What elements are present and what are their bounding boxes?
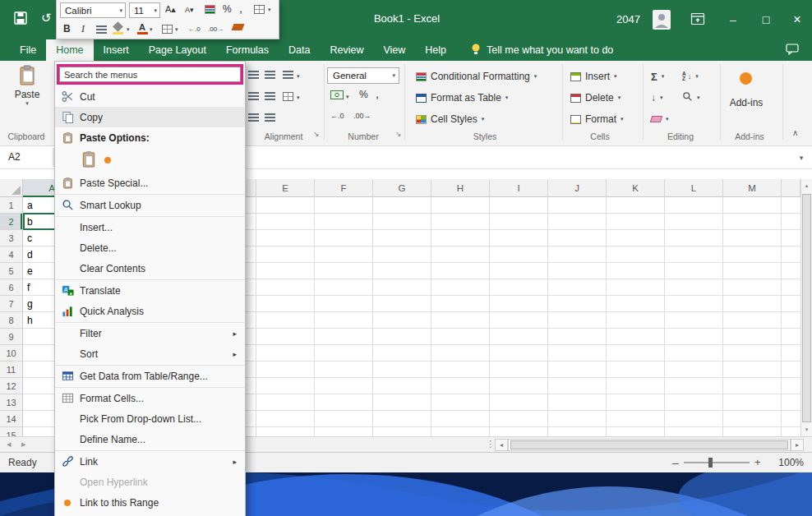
zoom-level[interactable]: 100%: [769, 457, 804, 468]
number-format-select[interactable]: General ▾: [327, 67, 399, 84]
sheet-nav-left-icon[interactable]: ◂: [7, 439, 12, 449]
menu-item-link-to-range[interactable]: Link to this Range: [55, 492, 245, 513]
zoom-in-icon[interactable]: +: [754, 456, 761, 468]
accounting-dropdown-icon[interactable]: ▾: [346, 94, 349, 100]
splitter-dots-icon[interactable]: ⋮: [486, 439, 495, 449]
column-header[interactable]: H: [431, 179, 490, 197]
tell-me-box[interactable]: Tell me what you want to do: [471, 39, 613, 61]
cell-A5[interactable]: e: [27, 263, 33, 279]
column-header[interactable]: J: [548, 179, 607, 197]
row-header[interactable]: 2: [0, 214, 22, 230]
minimize-button[interactable]: –: [720, 10, 746, 30]
hscroll-left-arrow[interactable]: ◂: [495, 439, 508, 451]
align-icon[interactable]: [96, 25, 107, 35]
percent-style-icon[interactable]: %: [359, 89, 368, 100]
hscroll-right-arrow[interactable]: ▸: [791, 439, 804, 451]
row-header[interactable]: 14: [0, 411, 22, 427]
menu-item-format-cells[interactable]: Format Cells...: [55, 388, 245, 408]
alignment-dialog-launcher-icon[interactable]: ↘: [313, 130, 320, 138]
find-select-button[interactable]: ▾: [682, 89, 700, 107]
horizontal-scrollbar-thumb[interactable]: [510, 440, 788, 449]
indent-icon[interactable]: [265, 92, 275, 101]
shrink-font-icon[interactable]: A▾: [185, 6, 194, 14]
vertical-scrollbar-thumb[interactable]: [802, 194, 811, 422]
menu-item-smart-lookup[interactable]: Smart Lookup: [55, 195, 245, 215]
avatar[interactable]: [653, 10, 671, 32]
paste-dropdown-icon[interactable]: ▾: [8, 100, 46, 107]
wrap-text-icon[interactable]: [283, 71, 293, 80]
column-header[interactable]: M: [723, 179, 782, 197]
row-header[interactable]: 15: [0, 427, 22, 436]
zoom-out-icon[interactable]: –: [672, 456, 679, 469]
table-format-icon[interactable]: [254, 5, 265, 14]
menu-item-quick-analysis[interactable]: Quick Analysis: [55, 301, 245, 321]
cell-A7[interactable]: g: [27, 296, 33, 312]
format-cells-button[interactable]: Format ▾: [570, 110, 624, 128]
menu-search-input[interactable]: [59, 67, 241, 82]
paste-keep-source-button[interactable]: [81, 150, 96, 170]
paste-button[interactable]: Paste ▾: [8, 65, 46, 126]
collapse-ribbon-icon[interactable]: ∧: [792, 128, 798, 137]
grow-font-icon[interactable]: A▴: [165, 4, 176, 15]
merge-dropdown-icon[interactable]: ▾: [297, 94, 300, 101]
vertical-scrollbar[interactable]: ▴ ▾: [800, 179, 812, 436]
increase-decimal-icon[interactable]: ←.0: [330, 112, 344, 120]
percent-icon[interactable]: %: [223, 3, 232, 15]
menu-item-pick-from-list[interactable]: Pick From Drop-down List...: [55, 408, 245, 429]
row-header[interactable]: 3: [0, 230, 22, 246]
font-name-select[interactable]: Calibri ▾: [60, 2, 126, 18]
number-dialog-launcher-icon[interactable]: ↘: [395, 130, 402, 138]
menu-item-define-name[interactable]: Define Name...: [55, 429, 245, 449]
comma-style-icon[interactable]: ,: [376, 87, 379, 100]
menu-item-delete[interactable]: Delete...: [55, 237, 245, 258]
dropdown-icon[interactable]: ▾: [175, 26, 178, 33]
menu-item-sort[interactable]: Sort ▸: [55, 343, 245, 364]
menu-item-translate[interactable]: A a Translate: [55, 280, 245, 301]
tab-file[interactable]: File: [10, 39, 46, 61]
fill-button[interactable]: ↓ ▾: [651, 89, 663, 107]
scroll-up-icon[interactable]: ▴: [801, 179, 812, 192]
column-header[interactable]: G: [373, 179, 431, 197]
format-painter-icon[interactable]: [205, 5, 215, 14]
select-all-corner[interactable]: [0, 179, 23, 197]
align-bottom-icon[interactable]: [248, 92, 259, 101]
name-box[interactable]: A2: [0, 146, 53, 168]
increase-decimal-icon[interactable]: ←.0: [188, 25, 201, 33]
decrease-decimal-icon[interactable]: .00→: [208, 25, 224, 33]
merge-center-icon[interactable]: [283, 92, 293, 101]
column-header[interactable]: K: [607, 179, 665, 197]
cell-A4[interactable]: d: [27, 246, 33, 263]
brush-icon[interactable]: [232, 24, 245, 30]
italic-icon[interactable]: I: [81, 23, 85, 35]
row-header[interactable]: 8: [0, 312, 22, 329]
tab-data[interactable]: Data: [279, 39, 320, 61]
tab-home[interactable]: Home: [46, 39, 93, 61]
menu-item-get-data[interactable]: Get Data from Table/Range...: [55, 366, 245, 386]
dropdown-icon[interactable]: ▾: [150, 26, 153, 33]
comments-icon[interactable]: [786, 44, 799, 58]
menu-item-insert[interactable]: Insert...: [55, 217, 245, 237]
row-header[interactable]: 11: [0, 362, 22, 378]
menu-item-cut[interactable]: Cut: [55, 86, 245, 107]
delete-cells-button[interactable]: Delete ▾: [570, 89, 621, 107]
addins-button[interactable]: Add-ins: [727, 97, 766, 108]
menu-item-link[interactable]: Link ▸: [55, 451, 245, 472]
insert-cells-button[interactable]: Insert ▾: [570, 67, 617, 85]
row-header[interactable]: 13: [0, 394, 22, 411]
row-header[interactable]: 10: [0, 345, 22, 362]
close-button[interactable]: ×: [784, 10, 810, 30]
tab-formulas[interactable]: Formulas: [216, 39, 279, 61]
row-header[interactable]: 1: [0, 197, 22, 214]
cell-A3[interactable]: c: [27, 230, 32, 246]
format-as-table-button[interactable]: Format as Table ▾: [416, 89, 508, 107]
save-icon[interactable]: [13, 11, 28, 28]
dropdown-icon[interactable]: ▾: [268, 7, 271, 13]
comma-icon[interactable]: ,: [239, 2, 242, 15]
tab-help[interactable]: Help: [415, 39, 456, 61]
borders-icon[interactable]: [162, 25, 173, 34]
autosum-button[interactable]: Σ ▾: [651, 67, 664, 85]
horizontal-scrollbar[interactable]: [508, 439, 791, 451]
conditional-formatting-button[interactable]: Conditional Formatting ▾: [416, 67, 537, 85]
orientation-dropdown-icon[interactable]: ▾: [297, 73, 300, 80]
zoom-slider-track[interactable]: [684, 462, 750, 463]
